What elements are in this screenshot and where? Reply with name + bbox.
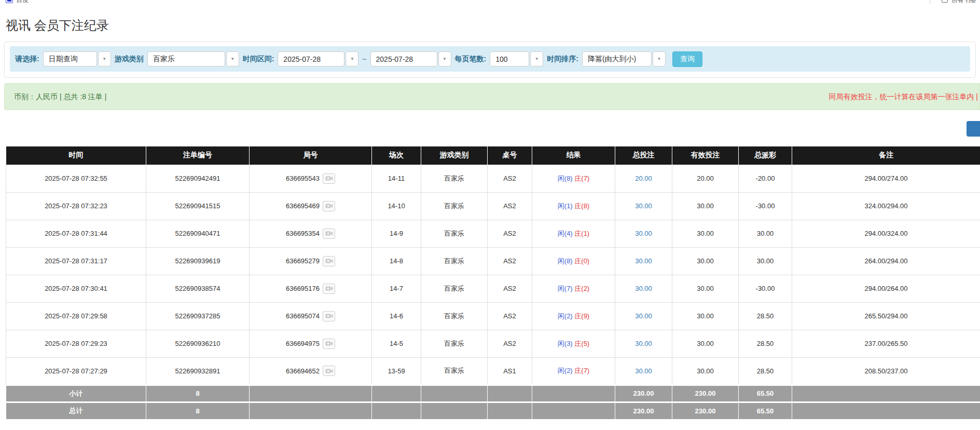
subtotal-row-cell-5: [488, 385, 532, 402]
remark-cell: 265.50/294.00: [792, 302, 980, 330]
video-replay-icon[interactable]: [323, 366, 335, 376]
date-from-dropdown-arrow-icon[interactable]: ▼: [346, 51, 358, 66]
table-row: 2025-07-28 07:31:17522690939619636695279…: [6, 247, 980, 275]
table-row: 2025-07-28 07:30:41522690938574636695176…: [6, 275, 980, 302]
filter-panel: 请选择: 日期查询 ▼ 游戏类别 百家乐 ▼ 时间区间: 2025-07-28 …: [4, 42, 976, 78]
table-code-cell: AS1: [488, 357, 532, 385]
result-banker: 庄(7): [574, 367, 589, 374]
result-player: 闲(4): [558, 230, 573, 237]
game-type-dropdown-arrow-icon[interactable]: ▼: [226, 51, 239, 66]
session-cell: 14-10: [372, 192, 421, 220]
date-to-select[interactable]: 2025-07-28: [370, 51, 437, 66]
result-cell: 闲(1) 庄(8): [532, 192, 615, 220]
time-cell: 2025-07-28 07:27:29: [6, 357, 146, 385]
round-id-cell: 636695543: [250, 165, 372, 192]
bookmarks-divider: [930, 0, 930, 4]
result-player: 闲(8): [558, 174, 573, 182]
total-bet-cell[interactable]: 30.00: [615, 330, 672, 357]
payout-cell: 28.50: [739, 302, 792, 330]
game-type-cell: 百家乐: [421, 330, 488, 357]
session-cell: 13-59: [372, 357, 421, 385]
round-id-cell: 636695354: [250, 220, 372, 247]
all-bookmarks-button[interactable]: 所有书签: [951, 0, 976, 5]
payout-cell: 28.50: [739, 330, 792, 357]
session-cell: 14-9: [372, 220, 421, 247]
query-type-select[interactable]: 日期查询: [43, 51, 97, 66]
subtotal-row-cell-8: 230.00: [672, 385, 739, 402]
video-replay-icon[interactable]: [323, 311, 335, 321]
subtotal-row: 小计8230.00230.0065.50: [6, 385, 980, 402]
page-title: 视讯 会员下注纪录: [6, 17, 109, 34]
total-bet-cell[interactable]: 30.00: [615, 275, 672, 302]
table-code-cell: AS2: [488, 302, 532, 330]
round-number: 636694652: [286, 367, 320, 375]
page-size-dropdown-arrow-icon[interactable]: ▼: [530, 51, 543, 66]
round-number: 636695176: [286, 285, 320, 292]
date-from-select[interactable]: 2025-07-28: [278, 51, 344, 66]
round-number: 636695543: [286, 174, 320, 182]
result-cell: 闲(8) 庄(7): [532, 165, 615, 192]
chevron-down-icon[interactable]: ▾: [32, 0, 35, 1]
time-cell: 2025-07-28 07:31:44: [6, 220, 146, 247]
valid-bet-cell: 30.00: [672, 330, 739, 357]
video-replay-icon[interactable]: [323, 173, 335, 184]
sort-order-dropdown-arrow-icon[interactable]: ▼: [653, 51, 666, 66]
game-type-cell: 百家乐: [421, 275, 488, 302]
result-banker: 庄(9): [574, 312, 589, 320]
remark-cell: 294.00/264.00: [792, 275, 980, 302]
table-row: 2025-07-28 07:29:58522690937285636695074…: [6, 302, 980, 330]
date-to-dropdown-arrow-icon[interactable]: ▼: [438, 51, 451, 66]
result-cell: 闲(4) 庄(1): [532, 220, 615, 247]
remark-cell: 208.50/237.00: [792, 357, 980, 385]
column-header-10: 备注: [792, 146, 980, 165]
game-type-select[interactable]: 百家乐: [147, 51, 225, 66]
game-type-cell: 百家乐: [421, 302, 488, 330]
query-type-dropdown-arrow-icon[interactable]: ▼: [98, 51, 111, 66]
total-row-cell-0: 总计: [6, 402, 146, 419]
total-row-cell-3: [372, 402, 421, 419]
column-header-1: 注单编号: [146, 146, 250, 165]
valid-bet-cell: 30.00: [672, 247, 739, 275]
result-player: 闲(8): [558, 257, 573, 265]
betting-records-table: 时间注单编号局号场次游戏类别桌号结果总投注有效投注总派彩备注 2025-07-2…: [6, 146, 980, 420]
round-number: 636695469: [286, 202, 320, 210]
session-cell: 14-11: [372, 165, 421, 192]
total-bet-cell[interactable]: 30.00: [615, 357, 672, 385]
total-bet-cell[interactable]: 30.00: [615, 220, 672, 247]
bookmark-baidu[interactable]: 百度: [16, 0, 29, 5]
page-size-select[interactable]: 100: [490, 51, 529, 66]
video-replay-icon[interactable]: [323, 284, 335, 294]
time-cell: 2025-07-28 07:32:55: [6, 165, 146, 192]
time-range-label: 时间区间:: [243, 55, 274, 64]
column-header-8: 有效投注: [672, 146, 739, 165]
all-bookmarks-folder-icon[interactable]: [942, 0, 948, 3]
video-replay-icon[interactable]: [323, 256, 335, 266]
query-button[interactable]: 查询: [672, 51, 702, 67]
total-row-cell-4: [421, 402, 488, 419]
total-bet-cell[interactable]: 30.00: [615, 302, 672, 330]
sort-order-select[interactable]: 降冪(由大到小): [582, 51, 652, 66]
video-replay-icon[interactable]: [323, 201, 335, 211]
total-bet-cell[interactable]: 20.00: [615, 165, 672, 192]
bookmarks-bar: 百度 ▾ 所有书签: [0, 0, 980, 5]
result-banker: 庄(2): [574, 285, 589, 292]
total-bet-cell[interactable]: 30.00: [615, 192, 672, 220]
time-cell: 2025-07-28 07:32:23: [6, 192, 146, 220]
column-header-6: 结果: [532, 146, 615, 165]
valid-bet-cell: 30.00: [672, 357, 739, 385]
bet-id-cell: 522690936210: [146, 330, 250, 357]
total-bet-cell[interactable]: 30.00: [615, 247, 672, 275]
round-number: 636695279: [286, 257, 320, 265]
session-cell: 14-5: [372, 330, 421, 357]
video-replay-icon[interactable]: [323, 339, 335, 349]
game-type-cell: 百家乐: [421, 192, 488, 220]
video-replay-icon[interactable]: [323, 229, 335, 239]
page: 百度 ▾ 所有书签 视讯 会员下注纪录 请选择: 日期查询 ▼ 游戏类别 百家乐…: [0, 0, 980, 430]
table-row: 2025-07-28 07:29:23522690936210636694975…: [6, 330, 980, 357]
column-header-4: 游戏类别: [421, 146, 488, 165]
baidu-favicon-icon[interactable]: [6, 0, 13, 3]
summary-alert-bar: 币别：人民币 | 总共 :8 注单 | 同局有效投注，统一计算在该局第一张注单内…: [4, 83, 980, 110]
cut-off-action-button[interactable]: [967, 121, 980, 137]
select-type-label: 请选择:: [15, 55, 39, 64]
round-id-cell: 636695469: [250, 192, 372, 220]
